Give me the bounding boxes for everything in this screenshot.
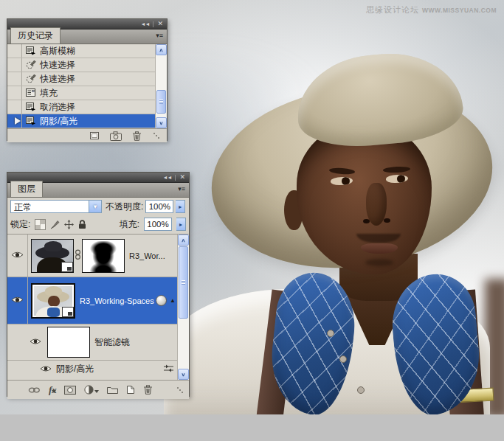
history-brush-source-cell[interactable] bbox=[7, 72, 22, 86]
new-layer-icon[interactable] bbox=[126, 385, 135, 395]
layer-name[interactable]: R3_Working-Spaces bbox=[80, 296, 156, 305]
current-state-pointer-icon[interactable] bbox=[15, 117, 24, 125]
new-group-folder-icon[interactable] bbox=[107, 386, 118, 394]
delete-state-trash-icon[interactable] bbox=[132, 131, 142, 141]
titlebar-divider bbox=[153, 21, 153, 27]
smart-filter-badge-icon[interactable] bbox=[156, 295, 167, 306]
lock-position-move-icon[interactable] bbox=[64, 220, 74, 229]
chevron-down-icon[interactable]: ▼ bbox=[89, 201, 101, 212]
eye-icon[interactable] bbox=[11, 296, 24, 306]
history-brush-source-cell[interactable] bbox=[7, 44, 22, 58]
layers-scrollbar[interactable]: ∧ ∨ bbox=[177, 235, 189, 380]
panel-menu-icon[interactable]: ▾≡ bbox=[156, 32, 163, 39]
scroll-down-icon[interactable]: ∨ bbox=[178, 369, 189, 380]
layers-panel: ◄◄ ✕ 图层 ▾≡ 正常 ▼ 不透明度: 100% ▸ 锁定: 填充: 100… bbox=[7, 172, 190, 397]
dialog-state-icon bbox=[22, 44, 40, 58]
scroll-up-icon[interactable]: ∧ bbox=[178, 235, 189, 246]
scrollbar-thumb[interactable] bbox=[156, 90, 166, 114]
watermark-site: 思缘设计论坛 bbox=[366, 5, 419, 14]
history-state-row[interactable]: 高斯模糊 bbox=[7, 44, 155, 58]
filter-item-row[interactable]: 阴影/高光 bbox=[7, 361, 177, 378]
shirt-button bbox=[357, 386, 365, 394]
history-scrollbar[interactable]: ∧ ∨ bbox=[155, 44, 167, 128]
smart-filter-expand-icon[interactable]: ▲ bbox=[170, 297, 176, 304]
scrollbar-thumb[interactable] bbox=[179, 246, 188, 319]
shirt-button bbox=[339, 355, 347, 363]
panel-menu-icon[interactable]: ▾≡ bbox=[178, 186, 185, 192]
layers-bottom-bar: fx bbox=[7, 380, 189, 399]
tab-history[interactable]: 历史记录 bbox=[10, 27, 61, 44]
new-snapshot-camera-icon[interactable] bbox=[110, 131, 122, 141]
lock-label: 锁定: bbox=[10, 218, 30, 231]
blend-mode-select[interactable]: 正常 ▼ bbox=[10, 200, 102, 213]
tab-layers[interactable]: 图层 bbox=[10, 181, 43, 197]
smart-object-badge-icon bbox=[62, 307, 74, 317]
filter-mask-thumbnail[interactable] bbox=[47, 327, 90, 358]
history-state-row[interactable]: 快速选择 bbox=[7, 58, 155, 72]
fill-spin-icon[interactable]: ▸ bbox=[176, 218, 186, 231]
fill-label: 填充: bbox=[120, 218, 139, 231]
history-state-row[interactable]: 填充 bbox=[7, 86, 155, 100]
add-layer-mask-icon[interactable] bbox=[64, 386, 76, 395]
smart-object-badge-icon bbox=[61, 262, 73, 272]
panel-resize-grip[interactable] bbox=[153, 133, 159, 139]
opacity-spin-icon[interactable]: ▸ bbox=[176, 200, 185, 213]
smart-filters-label[interactable]: 智能滤镜 bbox=[94, 336, 130, 349]
lock-paint-brush-icon[interactable] bbox=[50, 220, 60, 229]
history-tabrow: 历史记录 ▾≡ bbox=[7, 29, 167, 44]
fill-field[interactable]: 100% bbox=[144, 218, 172, 231]
mask-link-icon[interactable] bbox=[75, 249, 81, 263]
quick-select-icon bbox=[22, 58, 40, 72]
history-brush-source-cell[interactable] bbox=[7, 58, 22, 72]
nostril-left bbox=[363, 219, 370, 223]
history-state-row[interactable]: 快速选择 bbox=[7, 72, 155, 86]
close-icon[interactable]: ✕ bbox=[157, 21, 163, 27]
adjustment-layer-icon[interactable] bbox=[84, 384, 99, 395]
pasteboard bbox=[0, 414, 504, 441]
layer-name[interactable]: R3_Wor... bbox=[129, 251, 165, 260]
titlebar-divider bbox=[175, 175, 176, 181]
scroll-up-icon[interactable]: ∧ bbox=[156, 44, 167, 55]
history-brush-source-cell[interactable] bbox=[7, 86, 22, 100]
photoshop-workspace: 思缘设计论坛WWW.MISSYUAN.COM ◄◄ ✕ 历史记录 ▾≡ 高斯模糊… bbox=[0, 0, 504, 441]
history-state-label: 阴影/高光 bbox=[40, 115, 77, 128]
filter-blend-options-icon[interactable] bbox=[163, 364, 174, 375]
visibility-cell[interactable] bbox=[7, 277, 28, 324]
history-panel: ◄◄ ✕ 历史记录 ▾≡ 高斯模糊 快速选择 快速选择 bbox=[7, 18, 168, 141]
layer-row-selected[interactable]: R3_Working-Spaces ▲ bbox=[7, 277, 177, 324]
eye-icon[interactable] bbox=[11, 251, 24, 261]
layer-thumbnail[interactable] bbox=[31, 283, 75, 319]
lock-transparency-icon[interactable] bbox=[35, 219, 46, 230]
history-list: 高斯模糊 快速选择 快速选择 填充 取消选择 bbox=[7, 44, 167, 128]
layer-style-fx-icon[interactable]: fx bbox=[49, 384, 56, 395]
close-icon[interactable]: ✕ bbox=[179, 174, 185, 181]
panel-resize-grip[interactable] bbox=[177, 387, 183, 393]
history-brush-source-cell[interactable] bbox=[7, 114, 22, 128]
fill-dialog-icon bbox=[22, 86, 40, 100]
smart-filters-row[interactable]: 智能滤镜 bbox=[7, 324, 177, 361]
scrollbar-grip bbox=[159, 100, 163, 104]
blend-row: 正常 ▼ 不透明度: 100% ▸ bbox=[7, 198, 189, 215]
eye-icon[interactable] bbox=[30, 337, 41, 347]
history-brush-source-cell[interactable] bbox=[7, 100, 22, 114]
visibility-cell[interactable] bbox=[7, 235, 28, 277]
lock-all-icon[interactable] bbox=[78, 220, 86, 229]
eye-icon[interactable] bbox=[40, 364, 52, 375]
scroll-down-icon[interactable]: ∨ bbox=[156, 117, 167, 128]
layer-mask-thumbnail[interactable] bbox=[82, 239, 125, 273]
chevron-down-icon bbox=[94, 390, 99, 395]
history-state-label: 快速选择 bbox=[40, 73, 75, 86]
scrollbar-grip bbox=[182, 280, 185, 285]
opacity-field[interactable]: 100% bbox=[145, 200, 173, 213]
new-document-from-state-icon[interactable] bbox=[90, 131, 100, 140]
link-layers-icon[interactable] bbox=[28, 386, 41, 394]
layer-row[interactable]: R3_Wor... bbox=[7, 235, 177, 277]
layer-thumbnail[interactable] bbox=[31, 239, 74, 273]
history-state-row-selected[interactable]: 阴影/高光 bbox=[7, 114, 155, 128]
history-state-row[interactable]: 取消选择 bbox=[7, 100, 155, 114]
delete-layer-trash-icon[interactable] bbox=[143, 385, 153, 395]
collapse-icon[interactable]: ◄◄ bbox=[141, 21, 150, 27]
collapse-icon[interactable]: ◄◄ bbox=[163, 175, 172, 180]
layers-list: R3_Wor... R3_Working-Spaces ▲ 智能滤镜 bbox=[7, 235, 189, 380]
filter-name[interactable]: 阴影/高光 bbox=[56, 363, 163, 375]
